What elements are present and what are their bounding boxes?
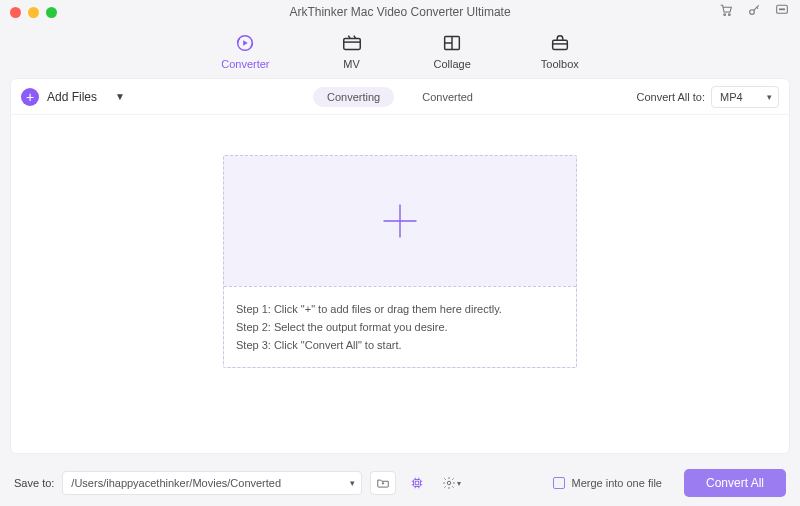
bottom-bar: Save to: /Users/ihappyacethinker/Movies/… (0, 460, 800, 506)
drop-zone[interactable]: Step 1: Click "+" to add files or drag t… (223, 155, 577, 368)
merge-checkbox[interactable]: Merge into one file (553, 477, 662, 489)
merge-label: Merge into one file (571, 477, 662, 489)
add-files-dropzone[interactable] (224, 156, 576, 286)
tab-mv[interactable]: MV (340, 32, 364, 70)
top-nav: Converter MV Collage Toolbox (0, 24, 800, 78)
svg-rect-8 (343, 38, 360, 49)
key-icon[interactable] (746, 2, 762, 22)
plus-icon: + (21, 88, 39, 106)
gpu-accel-button[interactable] (404, 471, 430, 495)
plus-large-icon (378, 199, 422, 243)
tab-toolbox[interactable]: Toolbox (541, 32, 579, 70)
svg-rect-11 (414, 480, 421, 487)
step-2: Step 2: Select the output format you des… (236, 321, 564, 333)
svg-rect-12 (416, 481, 420, 485)
chevron-down-icon: ▾ (457, 479, 461, 488)
chip-icon (410, 476, 424, 490)
toolbox-icon (548, 32, 572, 54)
converter-icon (233, 32, 257, 54)
tab-collage[interactable]: Collage (434, 32, 471, 70)
svg-point-0 (724, 14, 726, 16)
chevron-down-icon[interactable]: ▼ (115, 91, 125, 102)
instructions: Step 1: Click "+" to add files or drag t… (224, 286, 576, 367)
svg-point-1 (728, 14, 730, 16)
output-format-value: MP4 (720, 91, 743, 103)
main-panel: + Add Files ▼ Converting Converted Conve… (10, 78, 790, 454)
titlebar: ArkThinker Mac Video Converter Ultimate (0, 0, 800, 24)
svg-point-2 (750, 10, 755, 15)
save-path-select[interactable]: /Users/ihappyacethinker/Movies/Converted (62, 471, 362, 495)
convert-all-to-label: Convert All to: (637, 91, 705, 103)
open-folder-button[interactable] (370, 471, 396, 495)
tab-label: Converter (221, 58, 269, 70)
cart-icon[interactable] (718, 2, 734, 22)
step-3: Step 3: Click "Convert All" to start. (236, 339, 564, 351)
svg-point-6 (783, 9, 784, 10)
checkbox-icon (553, 477, 565, 489)
status-tabs: Converting Converted (313, 87, 487, 107)
tab-converted[interactable]: Converted (408, 87, 487, 107)
save-path-value: /Users/ihappyacethinker/Movies/Converted (71, 477, 281, 489)
svg-point-13 (447, 481, 451, 485)
add-files-label: Add Files (47, 90, 97, 104)
save-to-label: Save to: (14, 477, 54, 489)
gear-icon (442, 476, 456, 490)
window-title: ArkThinker Mac Video Converter Ultimate (0, 5, 800, 19)
convert-all-button[interactable]: Convert All (684, 469, 786, 497)
feedback-icon[interactable] (774, 2, 790, 22)
settings-button[interactable]: ▾ (438, 471, 464, 495)
step-1: Step 1: Click "+" to add files or drag t… (236, 303, 564, 315)
tab-converter[interactable]: Converter (221, 32, 269, 70)
folder-open-icon (376, 476, 390, 490)
svg-point-5 (781, 9, 782, 10)
svg-rect-10 (552, 40, 567, 49)
tab-label: MV (343, 58, 360, 70)
output-format-select[interactable]: MP4 (711, 86, 779, 108)
svg-point-4 (779, 9, 780, 10)
tab-converting[interactable]: Converting (313, 87, 394, 107)
collage-icon (440, 32, 464, 54)
tab-label: Collage (434, 58, 471, 70)
tab-label: Toolbox (541, 58, 579, 70)
add-files-button[interactable]: + Add Files ▼ (21, 88, 125, 106)
mv-icon (340, 32, 364, 54)
toolbar: + Add Files ▼ Converting Converted Conve… (11, 79, 789, 115)
